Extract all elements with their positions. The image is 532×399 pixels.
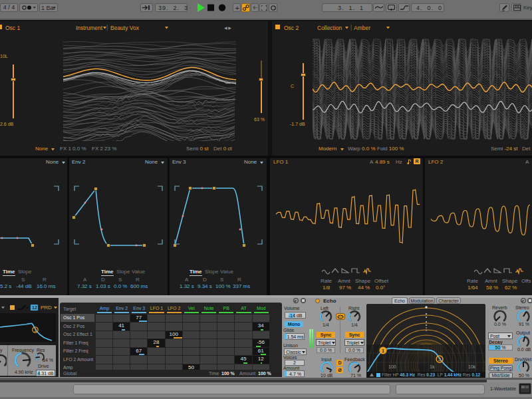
svg-text:2: 2 <box>34 328 37 332</box>
svg-text:100: 100 <box>388 364 396 369</box>
svg-text:2: 2 <box>438 357 441 362</box>
svg-text:1: 1 <box>382 348 384 353</box>
svg-text:10k: 10k <box>468 364 476 369</box>
svg-text:1k: 1k <box>430 364 435 369</box>
